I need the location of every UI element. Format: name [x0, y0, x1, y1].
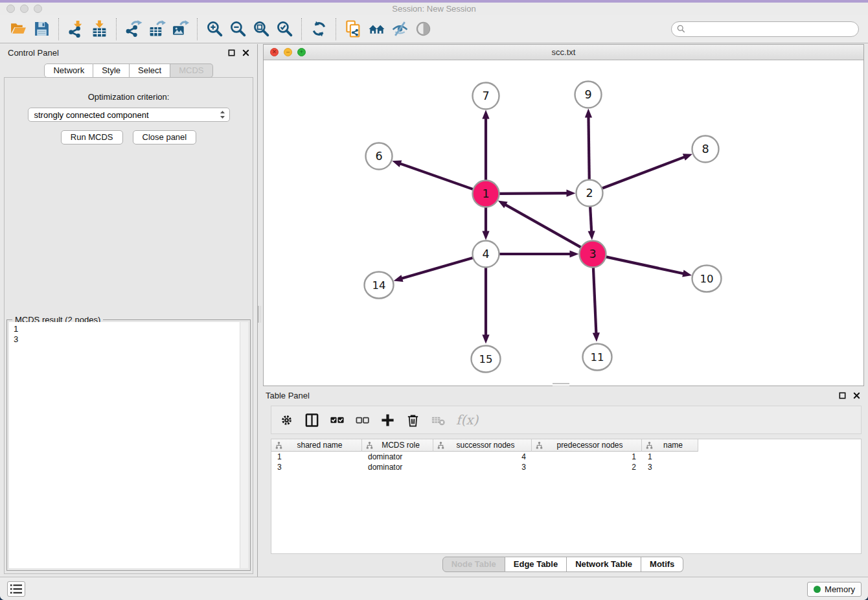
- graph-node-label: 15: [479, 353, 493, 365]
- tab-edge-table[interactable]: Edge Table: [505, 557, 567, 572]
- column-header-name[interactable]: name: [642, 439, 698, 452]
- horizontal-splitter-handle[interactable]: [553, 383, 569, 386]
- float-panel-icon[interactable]: [839, 392, 846, 399]
- main-toolbar: [0, 15, 868, 43]
- table-cell: 1: [532, 452, 642, 462]
- network-area: ✕ – + scc.txt 7968124314101511 Table Pan…: [258, 44, 868, 577]
- float-panel-icon[interactable]: [228, 49, 235, 56]
- task-history-button[interactable]: [7, 581, 25, 597]
- clone-network-icon[interactable]: [341, 17, 365, 41]
- zoom-out-icon[interactable]: [226, 17, 249, 41]
- graph-svg: 7968124314101511: [264, 61, 863, 386]
- control-panel-title: Control Panel: [8, 48, 59, 58]
- graph-node-label: 11: [591, 351, 604, 363]
- zoom-fit-icon[interactable]: [249, 17, 273, 41]
- zoom-selected-icon[interactable]: [273, 17, 296, 41]
- export-network-icon[interactable]: [122, 17, 145, 41]
- table-toolbar: f(x): [271, 406, 862, 434]
- search-field[interactable]: [671, 21, 859, 37]
- column-header-successor-nodes[interactable]: successor nodes: [433, 439, 532, 452]
- dropdown-arrows-icon: [220, 110, 225, 119]
- close-panel-icon[interactable]: [853, 392, 860, 399]
- vertical-splitter-handle[interactable]: [258, 306, 261, 323]
- dropdown-value: strongly connected component: [34, 110, 149, 120]
- add-icon[interactable]: [378, 410, 397, 430]
- column-header-mcds-role[interactable]: MCDS role: [362, 439, 433, 452]
- search-input[interactable]: [689, 24, 853, 34]
- delete-table-icon[interactable]: [428, 410, 448, 430]
- search-icon: [677, 25, 685, 33]
- refresh-icon[interactable]: [307, 17, 330, 41]
- table-panel-title: Table Panel: [266, 391, 310, 400]
- export-table-icon[interactable]: [145, 17, 168, 41]
- tab-mcds[interactable]: MCDS: [170, 63, 212, 78]
- toolbar-separator: [197, 18, 198, 40]
- graph-edge-2-3[interactable]: [590, 205, 591, 232]
- select-all-icon[interactable]: [327, 410, 347, 430]
- mcds-result-area[interactable]: 13: [9, 322, 248, 568]
- toolbar-separator: [58, 18, 59, 40]
- column-header-predecessor-nodes[interactable]: predecessor nodes: [532, 439, 642, 452]
- hide-selected-icon[interactable]: [388, 17, 411, 41]
- save-session-icon[interactable]: [30, 17, 53, 41]
- zoom-in-icon[interactable]: [203, 17, 226, 41]
- table-cell: dominator: [362, 452, 433, 462]
- mcds-result-group: MCDS result (2 nodes) 13: [6, 319, 251, 571]
- graph-node-label: 8: [702, 143, 709, 156]
- graph-edge-3-10[interactable]: [604, 257, 684, 274]
- column-header-shared-name[interactable]: shared name: [271, 439, 362, 452]
- run-mcds-button[interactable]: Run MCDS: [61, 130, 123, 144]
- birds-eye-icon[interactable]: [411, 17, 435, 41]
- open-session-icon[interactable]: [6, 17, 30, 41]
- graph-edge-arrowhead: [570, 250, 579, 257]
- memory-button[interactable]: Memory: [807, 582, 862, 597]
- import-table-icon[interactable]: [87, 17, 111, 41]
- graph-edge-4-14[interactable]: [401, 257, 474, 279]
- delete-icon[interactable]: [403, 410, 422, 430]
- table-row[interactable]: 1dominator411: [271, 452, 861, 462]
- gear-icon[interactable]: [277, 410, 296, 430]
- graph-edge-arrowhead: [566, 190, 575, 197]
- table-row[interactable]: 3dominator323: [271, 462, 861, 472]
- tab-select[interactable]: Select: [130, 63, 170, 78]
- graph-edge-arrowhead: [683, 154, 692, 160]
- tab-node-table[interactable]: Node Table: [442, 557, 505, 572]
- result-scrollbar[interactable]: [240, 322, 248, 568]
- columns-icon[interactable]: [302, 410, 321, 430]
- graph-edge-2-8[interactable]: [600, 157, 685, 189]
- graph-edge-arrowhead: [588, 231, 595, 240]
- export-image-icon[interactable]: [168, 17, 192, 41]
- table-cell: 3: [642, 462, 698, 472]
- graph-edge-3-11[interactable]: [593, 266, 597, 334]
- control-panel-tabs: NetworkStyleSelectMCDS: [0, 63, 257, 78]
- network-view-window: ✕ – + scc.txt 7968124314101511: [263, 44, 864, 386]
- graph-edge-1-2[interactable]: [497, 193, 567, 194]
- import-network-icon[interactable]: [64, 17, 87, 41]
- result-line: 3: [14, 334, 248, 345]
- network-canvas[interactable]: 7968124314101511: [264, 61, 863, 386]
- close-panel-icon[interactable]: [242, 49, 249, 56]
- tab-style[interactable]: Style: [93, 63, 130, 78]
- graph-node-label: 2: [586, 187, 593, 200]
- tab-network[interactable]: Network: [44, 63, 93, 78]
- table-panel: Table Panel: [258, 387, 868, 577]
- toolbar-separator: [336, 18, 336, 40]
- graph-node-label: 4: [482, 248, 489, 260]
- deselect-all-icon[interactable]: [352, 410, 372, 430]
- close-panel-button[interactable]: Close panel: [133, 130, 197, 144]
- graph-node-label: 3: [589, 248, 596, 260]
- optimization-criterion-select[interactable]: strongly connected component: [28, 108, 230, 122]
- graph-edge-2-9[interactable]: [588, 116, 589, 181]
- graph-edge-arrowhead: [392, 160, 402, 167]
- table-cell: dominator: [362, 462, 433, 472]
- tab-network-table[interactable]: Network Table: [567, 557, 641, 572]
- optimization-criterion-label: Optimization criterion:: [5, 92, 253, 102]
- graph-edge-3-1[interactable]: [505, 204, 582, 248]
- first-neighbors-icon[interactable]: [365, 17, 388, 41]
- network-window-titlebar[interactable]: ✕ – + scc.txt: [264, 45, 863, 60]
- tab-motifs[interactable]: Motifs: [641, 557, 683, 572]
- function-builder-icon[interactable]: f(x): [453, 412, 478, 428]
- graph-edge-1-6[interactable]: [400, 163, 475, 190]
- graph-node-label: 7: [482, 89, 489, 102]
- graph-edge-arrowhead: [482, 335, 489, 344]
